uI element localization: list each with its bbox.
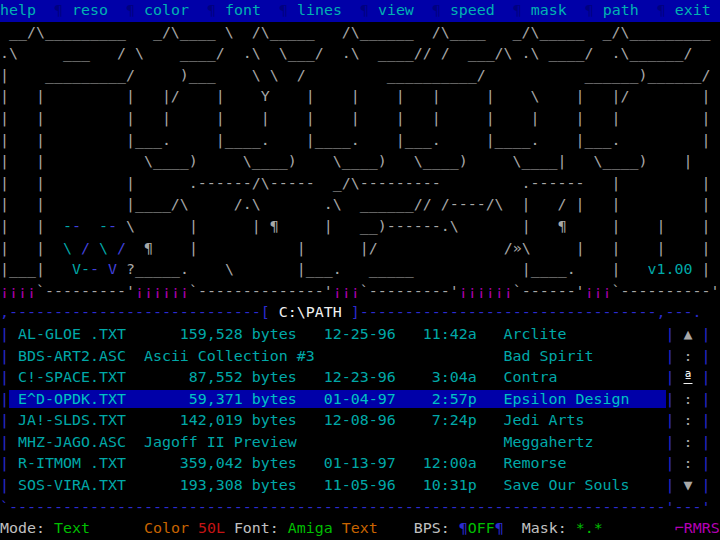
text-run: - xyxy=(90,260,99,278)
menu-item-font[interactable]: font xyxy=(225,1,261,19)
text-run xyxy=(414,1,432,19)
text-run xyxy=(693,476,702,494)
file-row-mhz-jago[interactable]: MHZ-JAGO.ASC Jagoff II Preview Meggahert… xyxy=(9,433,666,451)
text-run xyxy=(225,519,234,537)
text-run: | xyxy=(666,433,675,451)
feet-icons: ¡¡¡ xyxy=(333,282,360,300)
text-run xyxy=(675,347,684,365)
bps-value: OFF xyxy=(468,519,495,537)
text-run: / xyxy=(81,239,90,257)
menu-separator-icon: ¶ xyxy=(126,1,135,19)
file-row: | BDS-ART2.ASC Ascii Collection #3 Bad S… xyxy=(0,346,720,368)
text-run xyxy=(108,239,117,257)
file-row-r-itmom[interactable]: R-ITMOM .TXT 359,042 bytes 01-13-97 12:0… xyxy=(9,454,666,472)
text-run: | xyxy=(0,325,9,343)
ascii-art-line: ¡¡¡¡`---------'¡¡¡¡¡¡`--------------'¡¡¡… xyxy=(0,281,720,303)
text-run: | _________/ )___ \ \ / __________/ ____… xyxy=(0,66,720,84)
text-run xyxy=(450,519,459,537)
menu-item-reso[interactable]: reso xyxy=(72,1,108,19)
text-run: `---------' xyxy=(360,282,459,300)
scrollbar-track[interactable]: : xyxy=(684,454,693,472)
text-run xyxy=(216,1,225,19)
font-label: Font: xyxy=(234,519,279,537)
text-run: __/\_________ _/\____ \ /\_____ /\______… xyxy=(0,23,719,41)
text-run xyxy=(711,260,720,278)
text-run: | xyxy=(702,347,711,365)
text-run: . xyxy=(693,303,702,321)
file-row-bds-art2[interactable]: BDS-ART2.ASC Ascii Collection #3 Bad Spi… xyxy=(9,347,666,365)
viewer-screen: help ¶ reso ¶ color ¶ font ¶ lines ¶ vie… xyxy=(0,0,720,540)
menu-item-lines[interactable]: lines xyxy=(297,1,342,19)
text-run: | | xyxy=(630,239,720,257)
file-row-al-gloe[interactable]: AL-GLOE .TXT 159,528 bytes 12-25-96 11:4… xyxy=(9,325,666,343)
text-run xyxy=(603,519,675,537)
file-row: | JA!-SLDS.TXT 142,019 bytes 12-08-96 7:… xyxy=(0,410,720,432)
text-run: | xyxy=(180,239,270,257)
scrollbar-thumb[interactable]: ª xyxy=(684,368,693,386)
file-row-epsilon-selected[interactable]: E^D-OPDK.TXT 59,371 bytes 01-04-97 2:57p… xyxy=(9,390,666,408)
text-run: /»\ xyxy=(450,239,540,257)
scrollbar-track[interactable]: : xyxy=(684,347,693,365)
menu-item-speed[interactable]: speed xyxy=(450,1,495,19)
color-label: Color xyxy=(144,519,189,537)
text-run xyxy=(675,411,684,429)
menu-item-view[interactable]: view xyxy=(378,1,414,19)
text-run xyxy=(189,1,207,19)
text-run xyxy=(693,260,702,278)
ascii-art-line: | | -- -- \ | | ¶ | __)------.\ | ¶ | | … xyxy=(0,216,720,238)
text-run xyxy=(675,433,684,451)
text-run: ¶ xyxy=(126,239,180,257)
file-row-ja-slds[interactable]: JA!-SLDS.TXT 142,019 bytes 12-08-96 7:24… xyxy=(9,411,666,429)
file-row-c-space[interactable]: C!-SPACE.TXT 87,552 bytes 12-23-96 3:04a… xyxy=(9,368,666,386)
text-run: |___. xyxy=(270,260,360,278)
file-row: | MHZ-JAGO.ASC Jagoff II Preview Meggahe… xyxy=(0,432,720,454)
text-run: --------------------------------- xyxy=(360,303,657,321)
text-run xyxy=(189,519,198,537)
text-run: `------' xyxy=(513,282,585,300)
text-run: ] xyxy=(351,303,360,321)
menu-item-path[interactable]: path xyxy=(603,1,639,19)
text-run: |___| xyxy=(0,260,72,278)
file-row: | R-ITMOM .TXT 359,042 bytes 01-13-97 12… xyxy=(0,453,720,475)
list-box-bottom-border: `---------------------------------------… xyxy=(0,497,720,519)
text-run xyxy=(711,325,720,343)
text-run: [ xyxy=(261,303,270,321)
text-run: --- xyxy=(675,498,702,516)
menu-item-help[interactable]: help xyxy=(0,1,36,19)
menu-separator-icon: ¶ xyxy=(207,1,216,19)
scrollbar-track[interactable]: : xyxy=(684,433,693,451)
font-name: Amiga xyxy=(288,519,333,537)
text-run xyxy=(675,390,684,408)
scroll-up-icon[interactable]: ▲ xyxy=(684,325,693,343)
text-run xyxy=(711,411,720,429)
menu-item-color[interactable]: color xyxy=(144,1,189,19)
scroll-down-icon[interactable]: ▼ xyxy=(684,476,693,494)
feet-icons: ¡¡¡¡¡¡ xyxy=(135,282,189,300)
brand-tag: ⌐RMRS xyxy=(675,519,720,537)
scrollbar-track[interactable]: : xyxy=(684,390,693,408)
ascii-art-line: __/\_________ _/\____ \ /\_____ /\______… xyxy=(0,22,720,44)
text-run xyxy=(36,1,54,19)
text-run xyxy=(693,433,702,451)
file-row-selected: | E^D-OPDK.TXT 59,371 bytes 01-04-97 2:5… xyxy=(0,389,720,411)
text-run: | xyxy=(702,411,711,429)
scrollbar-track[interactable]: : xyxy=(684,411,693,429)
text-run xyxy=(693,390,702,408)
text-run: | | |___. |____. |____. |___. |____. |__… xyxy=(0,131,719,149)
text-run: `---------' xyxy=(36,282,135,300)
feet-icons: ¡¡¡ xyxy=(585,282,612,300)
menu-item-mask[interactable]: mask xyxy=(531,1,567,19)
text-run xyxy=(711,390,720,408)
file-row: | AL-GLOE .TXT 159,528 bytes 12-25-96 11… xyxy=(0,324,720,346)
text-run xyxy=(135,1,144,19)
menu-separator-icon: ¶ xyxy=(657,1,666,19)
text-run: .\ ___ / \ ____/ .\ \___/ .\ ____// / __… xyxy=(0,44,719,62)
text-run xyxy=(710,498,719,516)
menu-item-exit[interactable]: exit xyxy=(675,1,711,19)
text-run xyxy=(711,1,720,19)
text-run xyxy=(90,239,99,257)
bps-bracket-icon: ¶ xyxy=(495,519,504,537)
text-run: | xyxy=(0,476,9,494)
text-run: | xyxy=(0,347,9,365)
file-row-sos-vira[interactable]: SOS-VIRA.TXT 193,308 bytes 11-05-96 10:3… xyxy=(9,476,666,494)
